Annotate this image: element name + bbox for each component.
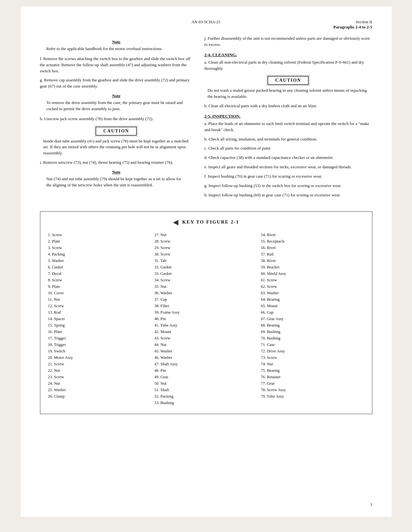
key-col-1: 1. Screw2. Plate3. Screw4. Packing5. Was… [48, 232, 151, 406]
key-item: 8. Screw [48, 277, 151, 283]
note-2-title: Note [40, 93, 193, 99]
key-item: 28. Screw [155, 238, 258, 245]
page: AN 03-5CHA-21 Section II Paragraphs 2-4 … [21, 6, 392, 517]
key-item: 38. Filter [155, 303, 258, 309]
key-item: 37. Cap [155, 296, 258, 303]
key-title-row: ◀ KEY TO FIGURE 2-1 [48, 218, 364, 226]
key-col-2: 27. Nut28. Screw29. Screw30. Screw31. Ta… [155, 232, 258, 406]
key-item: 16. Plate [48, 329, 151, 335]
page-number: 3 [370, 502, 372, 507]
key-item: 54. Rivet [261, 232, 364, 238]
section-25-para-b: b. Check all wiring, insulation, and ter… [204, 136, 372, 142]
key-item: 63. Washer [261, 290, 364, 296]
key-item: 2. Plate [48, 238, 151, 245]
key-item: 48. Pin [155, 367, 258, 374]
key-item: 76. Retainer [261, 374, 364, 380]
key-item: 71. Case [261, 341, 364, 348]
section-24-heading: 2-4. CLEANING. [204, 52, 372, 57]
key-item: 70. Bushing [261, 335, 364, 341]
key-item: 53. Bushing [155, 400, 258, 406]
key-item: 79. Tube Assy [261, 393, 364, 400]
key-item: 64. Bearing [261, 296, 364, 303]
key-item: 78. Screw Assy [261, 387, 364, 393]
key-item: 5. Washer [48, 257, 151, 264]
key-item: 10. Cover [48, 290, 151, 296]
key-item: 60. Shield Assy [261, 270, 364, 277]
para-j: j. Further disassembly of the unit is no… [204, 36, 372, 48]
key-item: 11. Nut [48, 296, 151, 303]
section-25-para-c: c. Check all parts for condition of pain… [204, 145, 372, 151]
key-item: 75. Bearing [261, 367, 364, 374]
key-item: 26. Clamp [48, 393, 151, 400]
caution-2-text: Do not wash a sealed grease packed beari… [204, 88, 372, 100]
key-item: 32. Gasket [155, 264, 258, 270]
key-item: 14. Spacer [48, 316, 151, 322]
key-item: 36. Washer [155, 290, 258, 296]
key-item: 21. Screw [48, 361, 151, 367]
note-1: Note Refer to the applicable handbook fo… [40, 39, 193, 52]
key-item: 52. Packing [155, 393, 258, 400]
arrow-icon: ◀ [173, 218, 178, 226]
section-25-para-g: g. Inspect follow-up bushing (53) in the… [204, 183, 372, 189]
key-item: 18. Trigger [48, 341, 151, 348]
section-line1: Section II [221, 19, 372, 25]
key-item: 65. Mount [261, 303, 364, 309]
key-item: 67. Gear Assy [261, 316, 364, 322]
key-item: 66. Cap [261, 309, 364, 316]
key-item: 15. Spring [48, 322, 151, 329]
key-item: 62. Screw [261, 283, 364, 290]
para-g: g. Remove cap assembly from the gearbox … [40, 77, 193, 89]
key-item: 50. Nut [155, 380, 258, 387]
section-25-para-a: a. Place the leads of an ohmmeter to eac… [204, 121, 372, 133]
caution-2-label: CAUTION [267, 76, 309, 85]
doc-number: AN 03-5CHA-21 [191, 19, 221, 25]
key-item: 22. Nut [48, 367, 151, 374]
key-item: 43. Screw [155, 335, 258, 341]
para-f: f. Remove the screws attaching the switc… [40, 56, 193, 74]
key-item: 74. Nut [261, 361, 364, 367]
section-24-para-a: a. Clean all non-electrical parts in dry… [204, 59, 372, 72]
key-item: 25. Washer [48, 387, 151, 393]
key-item: 47. Shaft Assy [155, 361, 258, 367]
key-item: 40. Pin [155, 316, 258, 322]
section-25-para-f: f. Inspect bushing (70) in gear case (71… [204, 173, 372, 180]
key-item: 27. Nut [155, 232, 258, 238]
key-item: 55. Receptacle [261, 238, 364, 245]
key-item: 44. Nut [155, 341, 258, 348]
para-i: i. Remove setscrew (73), nut (74), thrus… [40, 160, 193, 166]
key-item: 7. Decal [48, 270, 151, 277]
key-item: 42. Mount [155, 329, 258, 335]
right-column: j. Further disassembly of the unit is no… [204, 36, 372, 202]
note-2-text: To remove the drive assembly from the ca… [40, 100, 193, 112]
caution-1-label: CAUTION [95, 127, 137, 136]
key-item: 72. Drive Assy [261, 348, 364, 354]
key-to-figure: ◀ KEY TO FIGURE 2-1 1. Screw2. Plate3. S… [40, 211, 372, 414]
key-item: 23. Screw [48, 374, 151, 380]
key-item: 61. Screw [261, 277, 364, 283]
key-item: 35. Nut [155, 283, 258, 290]
key-item: 69. Bushing [261, 329, 364, 335]
section-24-para-b: b. Clean all electrical parts with a dry… [204, 103, 372, 109]
key-item: 3. Screw [48, 245, 151, 251]
key-item: 39. Frame Assy [155, 309, 258, 316]
key-item: 77. Gear [261, 380, 364, 387]
key-item: 12. Screw [48, 303, 151, 309]
key-col-3: 54. Rivet55. Receptacle56. Rivet57. Rail… [261, 232, 364, 406]
key-item: 30. Screw [155, 251, 258, 257]
key-item: 4. Packing [48, 251, 151, 257]
note-3-title: Note [40, 170, 193, 175]
key-item: 73. Screw [261, 354, 364, 361]
key-item: 13. Rod [48, 309, 151, 316]
main-content: Note Refer to the applicable handbook fo… [40, 36, 372, 202]
key-item: 19. Switch [48, 348, 151, 354]
caution-2-box: CAUTION [204, 76, 372, 85]
key-item: 57. Rail [261, 251, 364, 257]
note-2: Note To remove the drive assembly from t… [40, 93, 193, 112]
key-item: 17. Trigger [48, 335, 151, 341]
caution-1-text: Inside dust tube assembly (41) and jack … [40, 138, 193, 157]
key-item: 34. Screw [155, 277, 258, 283]
key-title: KEY TO FIGURE 2-1 [182, 219, 239, 225]
key-item: 24. Nut [48, 380, 151, 387]
section-25-para-d: d. Check capacitor (38) with a standard … [204, 155, 372, 161]
note-1-title: Note [40, 39, 193, 45]
